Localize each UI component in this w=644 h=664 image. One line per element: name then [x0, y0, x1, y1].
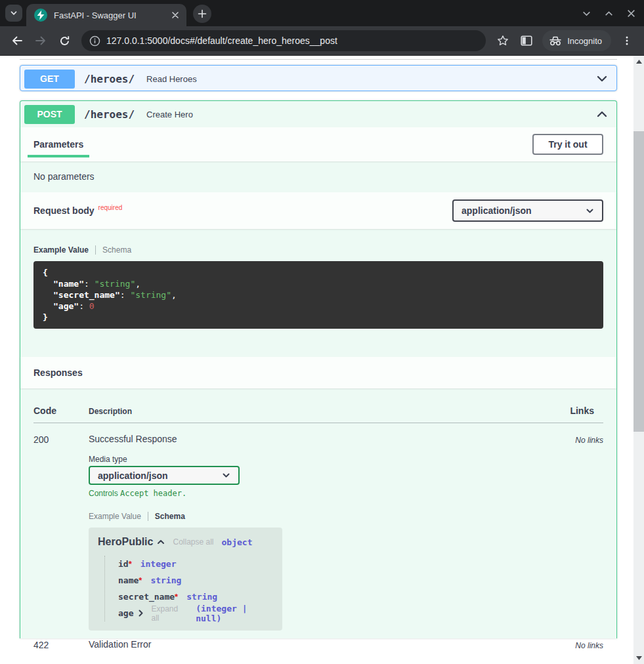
tab-divider: [148, 512, 148, 521]
chevron-down-icon: [582, 9, 591, 18]
endpoint-summary: Read Heroes: [146, 74, 197, 84]
plus-icon: [198, 9, 207, 18]
model-collapse-button[interactable]: [157, 538, 165, 546]
expand-endpoint-button[interactable]: [595, 72, 609, 85]
col-header-links: Links: [570, 405, 603, 416]
response-description: Successful Response: [89, 434, 575, 444]
example-json-code[interactable]: { "name": "string", "secret_name": "stri…: [33, 261, 603, 329]
reload-button[interactable]: [54, 30, 75, 51]
close-icon: [626, 9, 636, 18]
response-description: Validation Error: [89, 639, 575, 650]
model-property-row: name* string: [118, 572, 273, 589]
chevron-down-icon: [586, 207, 594, 215]
responses-header: Responses: [20, 357, 616, 388]
responses-table-head: Code Description Links: [33, 405, 603, 423]
model-properties: id* integer name* string secret_name* st…: [104, 556, 273, 621]
forward-arrow-icon: [35, 35, 47, 47]
new-tab-button[interactable]: [193, 5, 211, 23]
side-panel-button[interactable]: [516, 30, 537, 51]
section-divider: [20, 59, 617, 60]
method-badge-get: GET: [24, 70, 75, 89]
incognito-badge: Incognito: [542, 30, 611, 51]
response-content-type-select[interactable]: application/json: [89, 466, 240, 485]
example-schema-tabs: Example Value Schema: [89, 511, 575, 521]
fastapi-favicon-icon: [34, 9, 47, 22]
browser-tab[interactable]: FastAPI - Swagger UI: [26, 4, 186, 26]
expand-all-link[interactable]: Expand all: [151, 604, 186, 623]
tab-title: FastAPI - Swagger UI: [54, 10, 169, 20]
endpoint-summary: Create Hero: [146, 110, 193, 119]
tab-schema[interactable]: Schema: [155, 512, 185, 521]
request-content-type-select[interactable]: application/json: [452, 199, 603, 222]
opblock-get-header[interactable]: GET /heroes/ Read Heroes: [20, 66, 616, 92]
response-description-cell: Validation Error: [89, 639, 575, 650]
incognito-label: Incognito: [567, 36, 602, 46]
tab-example-value[interactable]: Example Value: [33, 245, 89, 255]
endpoint-path: /heroes/: [84, 73, 135, 85]
tab-strip: FastAPI - Swagger UI: [0, 0, 644, 26]
side-panel-icon: [521, 35, 532, 46]
response-row-422: 422 Validation Error No links: [33, 631, 603, 650]
opblock-get-heroes: GET /heroes/ Read Heroes: [20, 65, 617, 91]
bookmark-star-button[interactable]: [492, 30, 513, 51]
site-info-icon[interactable]: [89, 35, 100, 47]
response-links: No links: [575, 434, 603, 445]
code-line: "secret_name": "string",: [43, 289, 594, 301]
window-close-button[interactable]: [624, 7, 637, 20]
incognito-icon: [549, 36, 562, 46]
chevron-up-icon: [595, 108, 609, 121]
try-it-out-button[interactable]: Try it out: [532, 134, 603, 155]
address-bar[interactable]: 127.0.0.1:5000/docs#/default/create_hero…: [81, 30, 486, 51]
collapse-endpoint-button[interactable]: [595, 108, 609, 121]
parameters-title: Parameters: [33, 139, 83, 150]
response-code: 200: [33, 434, 89, 445]
expand-property-button[interactable]: [137, 610, 144, 617]
content-type-value: application/json: [98, 470, 168, 481]
scrollbar-thumb[interactable]: [633, 131, 644, 432]
request-body-label: Request body: [33, 205, 95, 216]
code-line: "age": 0: [43, 301, 594, 312]
opblock-post-header[interactable]: POST /heroes/ Create Hero: [20, 101, 616, 127]
example-schema-tabs: Example Value Schema: [33, 245, 603, 255]
col-header-description: Description: [89, 407, 570, 416]
controls-accept-note: Controls Accept header.: [89, 489, 575, 498]
tab-close-button[interactable]: [169, 9, 181, 21]
chevron-right-icon: [137, 610, 144, 617]
tab-example-value[interactable]: Example Value: [89, 512, 141, 521]
request-body-label-group: Request bodyrequired: [33, 205, 122, 217]
browser-menu-button[interactable]: [616, 30, 637, 51]
star-icon: [497, 35, 509, 47]
collapse-all-link[interactable]: Collapse all: [173, 537, 213, 547]
three-dot-menu-icon: [622, 35, 632, 46]
chevron-down-icon: [222, 471, 230, 480]
request-body-header: Request bodyrequired application/json: [20, 192, 616, 229]
vertical-scrollbar[interactable]: [633, 56, 644, 664]
swagger-page: GET /heroes/ Read Heroes POST /heroes/ C…: [0, 56, 633, 664]
responses-table: Code Description Links 200 Successful Re…: [20, 388, 616, 650]
code-line: }: [43, 312, 594, 323]
back-arrow-icon: [11, 35, 23, 47]
tab-schema[interactable]: Schema: [102, 245, 131, 255]
model-title-row: HeroPublic Collapse all object: [98, 536, 273, 548]
response-description-cell: Successful Response Media type applicati…: [89, 434, 575, 631]
tab-divider: [95, 245, 96, 255]
model-property-row-age: age Expand all (integer | null): [118, 605, 273, 621]
scroll-down-button[interactable]: [633, 654, 644, 663]
media-type-label: Media type: [89, 455, 575, 464]
window-maximize-button[interactable]: [602, 7, 615, 20]
active-tab-underline: [28, 155, 89, 157]
schema-model-box: HeroPublic Collapse all object i: [89, 528, 282, 631]
response-row-200: 200 Successful Response Media type appli…: [33, 423, 603, 631]
back-button[interactable]: [7, 30, 28, 51]
scroll-up-button[interactable]: [633, 57, 644, 66]
window-controls: [580, 0, 637, 26]
model-property-row: id* integer: [118, 556, 273, 572]
parameters-header: Parameters Try it out: [20, 127, 616, 161]
forward-button[interactable]: [30, 30, 51, 51]
window-minimize-button[interactable]: [580, 7, 593, 20]
tab-search-button[interactable]: [5, 5, 22, 22]
response-code: 422: [33, 639, 89, 650]
required-badge: required: [98, 204, 123, 211]
browser-toolbar: 127.0.0.1:5000/docs#/default/create_hero…: [0, 26, 644, 56]
triangle-up-icon: [636, 60, 642, 64]
